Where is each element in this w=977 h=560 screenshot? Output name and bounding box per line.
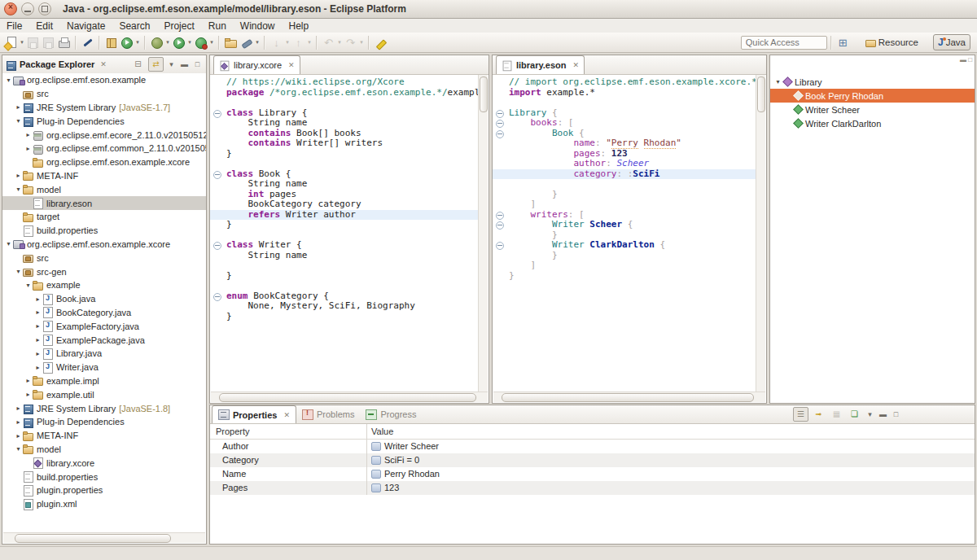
tree-item[interactable]: ▾src-gen: [2, 265, 206, 278]
minimize-view-icon[interactable]: ▬: [179, 60, 190, 68]
code-line[interactable]: }: [210, 312, 479, 322]
tree-item[interactable]: Writer ClarkDarlton: [770, 116, 975, 130]
chevron-collapsed-icon[interactable]: ▸: [24, 377, 33, 384]
xcore-hscrollbar[interactable]: [211, 392, 488, 402]
dropdown-arrow-icon[interactable]: ▾: [134, 39, 141, 46]
fold-collapse-icon[interactable]: [213, 171, 221, 179]
code-line[interactable]: ]: [493, 260, 756, 271]
tree-item[interactable]: Book Perry Rhodan: [770, 89, 975, 103]
column-header-value[interactable]: Value: [367, 424, 975, 439]
pin-icon[interactable]: ➟: [811, 407, 826, 422]
dropdown-arrow-icon[interactable]: ▾: [306, 39, 313, 46]
maximize-view-icon[interactable]: □: [192, 60, 203, 68]
fold-collapse-icon[interactable]: [496, 130, 504, 138]
close-view-icon[interactable]: ✕: [100, 60, 107, 68]
tree-item[interactable]: src: [2, 87, 206, 101]
tree-item[interactable]: build.properties: [2, 470, 206, 483]
fold-collapse-icon[interactable]: [496, 221, 504, 230]
chevron-collapsed-icon[interactable]: ▸: [24, 131, 33, 138]
chevron-expanded-icon[interactable]: ▾: [4, 77, 13, 84]
window-close-button[interactable]: [4, 2, 17, 15]
chevron-collapsed-icon[interactable]: ▸: [14, 418, 23, 426]
perspective-java-button[interactable]: JJava: [933, 34, 970, 50]
tree-item[interactable]: ▾org.eclipse.emf.eson.example: [2, 73, 206, 87]
chevron-expanded-icon[interactable]: ▾: [14, 445, 23, 453]
open-element-icon[interactable]: [81, 36, 94, 50]
dropdown-arrow-icon[interactable]: ▾: [284, 39, 291, 46]
package-explorer-hscrollbar[interactable]: [3, 532, 205, 543]
property-value[interactable]: Perry Rhodan: [367, 467, 975, 481]
menu-edit[interactable]: Edit: [36, 20, 53, 32]
tree-item[interactable]: library.eson: [2, 196, 206, 210]
fold-collapse-icon[interactable]: [496, 242, 504, 250]
mark-occurrences-icon[interactable]: [374, 36, 388, 50]
chevron-expanded-icon[interactable]: ▾: [14, 186, 23, 193]
perspective-resource-button[interactable]: Resource: [861, 35, 923, 50]
chevron-collapsed-icon[interactable]: ▸: [24, 391, 33, 398]
back-history-icon[interactable]: ↑: [291, 36, 305, 50]
new-plugin-icon[interactable]: [104, 36, 118, 50]
code-line[interactable]: }: [210, 220, 479, 230]
menu-search[interactable]: Search: [119, 20, 150, 32]
property-row[interactable]: AuthorWriter Scheer: [210, 440, 975, 453]
tree-item[interactable]: ▸org.eclipse.emf.common_2.11.0.v20150512: [2, 142, 206, 155]
show-tree-icon[interactable]: ☰: [793, 407, 808, 422]
tree-item[interactable]: org.eclipse.emf.eson.example.xcore: [2, 155, 206, 169]
new-view-icon[interactable]: ❏: [847, 407, 862, 422]
print-icon[interactable]: [57, 36, 71, 50]
code-line[interactable]: import example.*: [493, 88, 756, 98]
back-icon[interactable]: ↶: [322, 36, 335, 50]
quick-access-input[interactable]: [741, 36, 827, 50]
view-menu-icon[interactable]: ▾: [166, 60, 177, 68]
tree-item[interactable]: ▸META-INF: [2, 429, 206, 443]
new-wizard-icon[interactable]: [4, 36, 18, 50]
last-edit-icon[interactable]: ↓: [269, 36, 283, 50]
tree-item[interactable]: ▸example.impl: [2, 374, 206, 388]
chevron-collapsed-icon[interactable]: ▸: [14, 432, 23, 440]
dropdown-arrow-icon[interactable]: ▾: [19, 39, 25, 46]
forward-icon[interactable]: ↷: [344, 36, 357, 50]
tab-properties[interactable]: Properties ✕: [212, 405, 296, 423]
debug-icon[interactable]: [150, 36, 164, 50]
fold-collapse-icon[interactable]: [213, 110, 221, 118]
fold-collapse-icon[interactable]: [496, 110, 504, 118]
column-header-property[interactable]: Property: [210, 424, 367, 439]
property-value[interactable]: Writer Scheer: [367, 440, 975, 453]
menu-run[interactable]: Run: [208, 20, 226, 32]
scrollbar-thumb[interactable]: [15, 534, 171, 543]
open-resource-icon[interactable]: [224, 36, 238, 50]
eson-hscrollbar[interactable]: [493, 392, 765, 402]
xcore-vscrollbar[interactable]: [478, 75, 488, 392]
code-line[interactable]: }: [210, 149, 479, 160]
minimize-view-icon[interactable]: ▬: [878, 410, 888, 418]
tree-item[interactable]: ▸META-INF: [2, 169, 206, 183]
external-tools-icon[interactable]: [120, 36, 134, 50]
code-line[interactable]: contains Writer[] writers: [210, 138, 479, 149]
dropdown-arrow-icon[interactable]: ▾: [208, 39, 215, 46]
chevron-collapsed-icon[interactable]: ▸: [33, 350, 42, 357]
code-line[interactable]: package /*org.eclipse.emf.eson.example.*…: [210, 88, 479, 98]
property-value[interactable]: SciFi = 0: [367, 453, 975, 467]
chevron-collapsed-icon[interactable]: ▸: [33, 336, 42, 343]
run-icon[interactable]: [172, 36, 186, 50]
dropdown-arrow-icon[interactable]: ▾: [254, 39, 261, 46]
open-perspective-icon[interactable]: ⊞: [836, 36, 850, 50]
tree-item[interactable]: ▸Plug-in Dependencies: [2, 415, 206, 429]
window-maximize-button[interactable]: [38, 2, 51, 15]
code-line[interactable]: }: [210, 271, 479, 282]
eson-code-area[interactable]: // import org.eclipse.emf.eson.example.x…: [493, 75, 756, 392]
chevron-collapsed-icon[interactable]: ▸: [33, 308, 42, 316]
tree-item[interactable]: ▸example.util: [2, 387, 206, 401]
tree-item[interactable]: ▸Library.java: [2, 347, 206, 361]
link-with-editor-icon[interactable]: ⇄: [148, 57, 164, 72]
tree-item[interactable]: ▾model: [2, 182, 206, 196]
window-minimize-button[interactable]: [21, 2, 34, 15]
chevron-collapsed-icon[interactable]: ▸: [14, 103, 23, 111]
scrollbar-thumb[interactable]: [757, 77, 765, 112]
chevron-expanded-icon[interactable]: ▾: [14, 268, 23, 275]
tree-item[interactable]: ▾model: [2, 443, 206, 457]
tree-item[interactable]: ▾example: [2, 278, 206, 292]
view-menu-icon[interactable]: ▾: [865, 410, 875, 418]
chevron-expanded-icon[interactable]: ▾: [14, 117, 23, 125]
tab-library-eson[interactable]: library.eson ✕: [496, 55, 585, 74]
